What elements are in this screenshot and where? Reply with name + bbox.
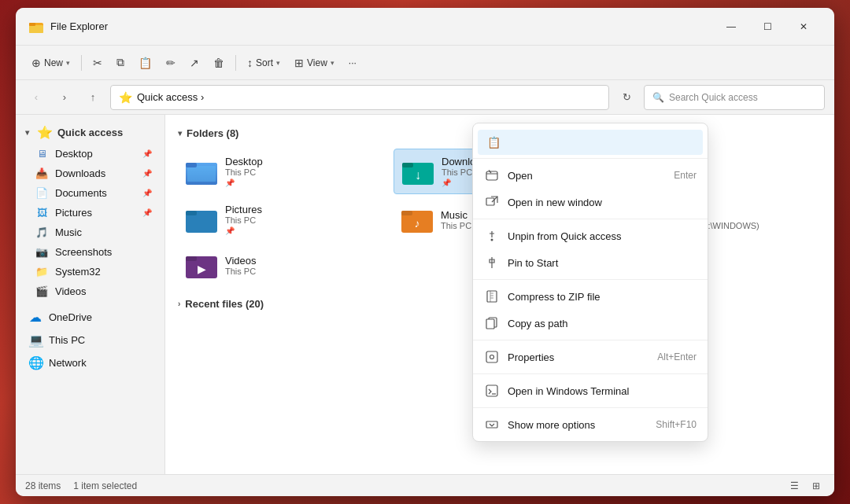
- sidebar-item-screenshots[interactable]: 📷 Screenshots: [19, 242, 161, 262]
- folder-item-pictures[interactable]: Pictures This PC 📌: [178, 197, 390, 241]
- status-view-controls: ☰ ⊞: [785, 477, 825, 495]
- folder-item-videos[interactable]: ▶ Videos This PC: [178, 245, 390, 285]
- sidebar-label-documents: Documents: [55, 187, 107, 199]
- sidebar-item-system32[interactable]: 📁 System32: [19, 262, 161, 281]
- toolbar: ⊕ New ▾ ✂ ⧉ 📋 ✏ ↗ 🗑 ↕ Sort ▾ ⊞: [16, 46, 834, 80]
- downloads-sidebar-icon: 📥: [35, 167, 49, 179]
- ctx-properties[interactable]: Properties Alt+Enter: [473, 344, 708, 370]
- search-bar[interactable]: 🔍 Search Quick access: [644, 85, 825, 110]
- copy-button[interactable]: ⧉: [110, 50, 131, 75]
- up-button[interactable]: ↑: [82, 86, 104, 109]
- main-area: ▾ ⭐ Quick access 🖥 Desktop 📌 📥 Downloads…: [16, 115, 834, 474]
- address-row: ‹ › ↑ ⭐ Quick access › ↻ 🔍 Search Quick …: [16, 80, 834, 115]
- view-icon: ⊞: [294, 57, 304, 69]
- close-button[interactable]: ✕: [785, 14, 822, 39]
- delete-button[interactable]: 🗑: [207, 50, 231, 75]
- maximize-button[interactable]: ☐: [749, 14, 785, 39]
- sidebar-pin-downloads: 📌: [142, 169, 152, 178]
- recent-expand-icon: ›: [178, 300, 180, 308]
- ctx-unpin[interactable]: Unpin from Quick access: [473, 223, 708, 249]
- more-button[interactable]: ···: [342, 50, 363, 75]
- sidebar-quick-access-header: ▾ ⭐ Quick access: [19, 121, 161, 144]
- desktop-folder-pin: 📌: [225, 178, 263, 187]
- new-chevron: ▾: [66, 59, 70, 67]
- share-button[interactable]: ↗: [183, 50, 205, 75]
- back-button[interactable]: ‹: [25, 86, 47, 109]
- ctx-open-new-icon: [484, 194, 500, 210]
- videos-folder-info: Videos This PC: [225, 255, 257, 276]
- svg-rect-20: [186, 256, 197, 261]
- ctx-sep-1: [473, 219, 708, 219]
- ctx-sep-2: [473, 279, 708, 280]
- address-path: Quick access ›: [137, 91, 601, 103]
- expand-icon: ▾: [25, 128, 29, 137]
- svg-rect-5: [187, 166, 216, 182]
- svg-text:↓: ↓: [415, 168, 421, 182]
- desktop-folder-name: Desktop: [225, 156, 263, 167]
- paste-button[interactable]: 📋: [132, 50, 158, 75]
- ctx-open[interactable]: Open Enter: [473, 162, 708, 189]
- sidebar-label-system32: System32: [55, 266, 101, 278]
- title-bar-left: File Explorer: [28, 19, 713, 35]
- minimize-button[interactable]: —: [713, 14, 749, 39]
- folder-item-desktop[interactable]: Desktop This PC 📌: [178, 149, 390, 194]
- ctx-compress[interactable]: Compress to ZIP file: [473, 283, 708, 310]
- svg-point-24: [491, 239, 493, 241]
- ctx-more-options[interactable]: Show more options Shift+F10: [473, 411, 708, 438]
- new-button[interactable]: ⊕ New ▾: [25, 50, 76, 75]
- svg-rect-27: [486, 319, 494, 329]
- ctx-open-label: Open: [508, 170, 666, 182]
- music-sidebar-icon: 🎵: [35, 226, 49, 238]
- search-icon: 🔍: [652, 92, 664, 103]
- ctx-terminal-icon: [484, 383, 500, 399]
- sidebar-label-thispc: This PC: [49, 334, 85, 346]
- sort-chevron: ▾: [276, 59, 280, 67]
- ctx-highlight-item[interactable]: 📋: [478, 130, 703, 155]
- rename-icon: ✏: [166, 57, 176, 69]
- ctx-terminal[interactable]: Open in Windows Terminal: [473, 377, 708, 404]
- sidebar-item-music[interactable]: 🎵 Music: [19, 223, 161, 242]
- svg-rect-13: [186, 211, 197, 215]
- ctx-sep-4: [473, 373, 708, 374]
- sidebar-item-network[interactable]: 🌐 Network: [19, 351, 161, 374]
- ctx-pin-start-label: Pin to Start: [508, 257, 697, 269]
- new-icon: ⊕: [31, 57, 41, 69]
- network-icon: 🌐: [28, 355, 42, 370]
- sidebar-pin-desktop: 📌: [142, 149, 152, 158]
- ctx-sep-5: [473, 407, 708, 408]
- folders-expand-icon: ▾: [178, 129, 182, 138]
- ctx-properties-icon: [484, 349, 500, 365]
- desktop-folder-info: Desktop This PC 📌: [225, 156, 263, 187]
- ctx-open-new-window[interactable]: Open in new window: [473, 189, 708, 215]
- sidebar-item-thispc[interactable]: 💻 This PC: [19, 329, 161, 351]
- svg-text:▶: ▶: [198, 263, 206, 275]
- grid-view-button[interactable]: ⊞: [808, 477, 825, 495]
- sidebar-item-documents[interactable]: 📄 Documents 📌: [19, 183, 161, 203]
- ctx-sep-3: [473, 340, 708, 340]
- item-count: 28 items: [25, 480, 61, 491]
- sidebar-item-downloads[interactable]: 📥 Downloads 📌: [19, 164, 161, 183]
- copy-icon: ⧉: [116, 56, 124, 69]
- ctx-pin-start[interactable]: Pin to Start: [473, 249, 708, 276]
- pictures-folder-icon: [186, 205, 217, 234]
- list-view-button[interactable]: ☰: [785, 477, 803, 495]
- ctx-copy-path[interactable]: Copy as path: [473, 310, 708, 337]
- view-button[interactable]: ⊞ View ▾: [288, 50, 341, 75]
- sidebar-item-onedrive[interactable]: ☁ OneDrive: [19, 306, 161, 329]
- videos-folder-icon: ▶: [186, 251, 217, 279]
- address-bar[interactable]: ⭐ Quick access ›: [110, 85, 609, 110]
- svg-rect-15: [401, 211, 412, 215]
- svg-rect-30: [486, 385, 497, 396]
- sidebar-item-desktop[interactable]: 🖥 Desktop 📌: [19, 144, 161, 164]
- rename-button[interactable]: ✏: [160, 50, 182, 75]
- desktop-icon: 🖥: [35, 148, 49, 160]
- cut-button[interactable]: ✂: [87, 50, 109, 75]
- sort-button[interactable]: ↕ Sort ▾: [241, 50, 286, 75]
- delete-icon: 🗑: [213, 57, 224, 69]
- refresh-button[interactable]: ↻: [615, 86, 638, 109]
- sidebar-item-label-quick-access: Quick access: [57, 127, 123, 138]
- sidebar-item-pictures[interactable]: 🖼 Pictures 📌: [19, 203, 161, 223]
- cut-icon: ✂: [93, 57, 102, 69]
- forward-button[interactable]: ›: [54, 86, 76, 109]
- sidebar-item-videos[interactable]: 🎬 Videos: [19, 281, 161, 301]
